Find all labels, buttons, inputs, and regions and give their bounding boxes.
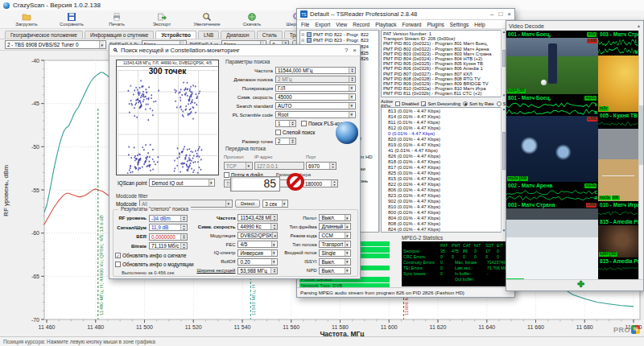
- pid-entry[interactable]: 815 (0.01% - 4.47 Kbps): [388, 176, 506, 182]
- video-thumb-amedia-premium[interactable]: h264SD: [598, 225, 638, 257]
- update-modulation-checkbox[interactable]: Обновлять инфо о модуляции: [115, 262, 193, 267]
- pid-entry[interactable]: 822 (0.01% - 4.47 Kbps): [388, 182, 506, 187]
- active-pid-list[interactable]: 813 (0.01% - 4.47 Kbps)814 (0.01% - 4.47…: [381, 107, 506, 233]
- result-row[interactable]: Ширина несущей53,988 МГц: [196, 266, 278, 274]
- result-row[interactable]: Тип фреймаДлинный: [280, 223, 351, 231]
- param-row[interactable]: Симв. скорость45000: [224, 93, 356, 101]
- pid-entry[interactable]: 820 (0.01% - 4.47 Kbps): [388, 137, 506, 142]
- result-row[interactable]: ПилотВыкл.: [280, 214, 351, 222]
- result-row[interactable]: Bitrate71,119 Мб/с: [115, 242, 193, 251]
- ip-field[interactable]: 127.0.0.1: [254, 162, 304, 170]
- param-row[interactable]: Частота11544,000 МГц: [224, 66, 356, 74]
- capture-button[interactable]: Скачать: [230, 11, 274, 27]
- result-row[interactable]: МодуляцияDVBS2/QPSK: [196, 232, 278, 240]
- crazyscan-tab[interactable]: Географическое положение: [5, 31, 83, 39]
- pid-entry[interactable]: 824 (0.01% - 4.47 Kbps): [388, 227, 506, 233]
- result-row[interactable]: Тип потокаTransport: [280, 241, 351, 249]
- channel-label[interactable]: 005 - Кухня ТВ: [598, 112, 638, 119]
- pid-entry[interactable]: 825 (0.01% - 4.47 Kbps): [388, 171, 506, 176]
- scroll-up-icon[interactable]: ▲: [637, 23, 641, 28]
- detect-button[interactable]: Detect: [235, 200, 260, 208]
- result-row[interactable]: Входной потокSingle: [280, 249, 351, 257]
- crazyscan-tab[interactable]: Стиль: [257, 31, 283, 39]
- pid-entry[interactable]: 902 (0.01% - 4.47 Kbps): [388, 199, 506, 204]
- pls-index-stepper[interactable]: 1: [275, 120, 296, 127]
- crazyscan-tab[interactable]: Диапазон: [221, 31, 254, 39]
- pid-entry[interactable]: 817 (0.01% - 4.47 Kbps): [388, 165, 506, 171]
- result-row[interactable]: Режим кодаCCM: [280, 232, 351, 240]
- video-thumb-kuhnya-tv[interactable]: m2v: [598, 56, 638, 112]
- pid-entry[interactable]: 810 (0.01% - 4.47 Kbps): [388, 204, 506, 210]
- result-row[interactable]: IQ-спектрИнверсия: [196, 249, 278, 257]
- menu-item[interactable]: Playback: [375, 22, 396, 27]
- zoom-button[interactable]: Увеличение: [185, 11, 229, 27]
- crazyscan-tab[interactable]: Устройство: [155, 31, 196, 39]
- port-stepper[interactable]: 6970: [306, 162, 336, 170]
- iqscan-select[interactable]: Demod IQ out: [149, 179, 215, 187]
- tsreader-titlebar[interactable]: TS Default -- TSReader Professional 2.8.…: [297, 9, 514, 20]
- pid-entry[interactable]: 800 (0.01% - 4.47 Kbps): [388, 210, 506, 216]
- menu-item[interactable]: Record: [353, 22, 369, 27]
- video-decode-header[interactable]: Video Decode ▲: [506, 21, 643, 31]
- sort-descending-checkbox[interactable]: Sort Descending: [421, 101, 460, 106]
- pid-entry[interactable]: 804 (0.01% - 4.47 Kbps): [388, 216, 506, 221]
- constellation-titlebar[interactable]: 🔍︎ Поиск несущей и Constellation-монитор…: [109, 45, 360, 56]
- result-row[interactable]: RollOff0.20: [196, 257, 278, 266]
- result-row[interactable]: Симв. скорость44990 Кс: [196, 223, 278, 231]
- result-row[interactable]: FEC4/5: [196, 241, 278, 249]
- protocol-select[interactable]: TCP: [224, 162, 253, 170]
- pid-entry[interactable]: 819 (0.01% - 4.47 Kbps): [388, 142, 506, 148]
- sort-by-rate-radio[interactable]: Sort by Rate: [463, 101, 494, 106]
- param-row[interactable]: PL Scramble codeRoot: [224, 110, 356, 118]
- pid-entry[interactable]: 826 (0.01% - 4.47 Kbps): [388, 154, 506, 159]
- dot-size-stepper[interactable]: 2: [275, 138, 296, 145]
- param-row[interactable]: ПоляризацияГ/Л: [224, 84, 356, 92]
- blind-search-checkbox[interactable]: Слепой поиск: [275, 130, 315, 135]
- channel-label[interactable]: 003 - Матч СтранаLIVE: [506, 201, 598, 208]
- crazyscan-tab[interactable]: Информация о спутнике: [85, 31, 155, 39]
- save-button[interactable]: Сохранить: [50, 11, 93, 27]
- result-row[interactable]: NPDВыкл.: [280, 266, 351, 274]
- minimize-icon[interactable]: –: [490, 10, 493, 18]
- video-thumb-match-boets[interactable]: h264SD LIVE: [506, 38, 598, 94]
- channel-label[interactable]: 003 - Матч Страна: [598, 31, 638, 38]
- pid-entry[interactable]: 0 (0.01% - 4.47 Kbps): [388, 131, 506, 137]
- load-button[interactable]: Загрузить: [5, 11, 48, 27]
- export-button[interactable]: Экспорт: [140, 11, 184, 27]
- video-panel-scrollbar[interactable]: [638, 31, 643, 279]
- menu-item[interactable]: File: [301, 22, 309, 27]
- pid-entry[interactable]: 823 (0.01% - 4.47 Kbps): [388, 193, 506, 199]
- help-icon[interactable]: ?: [345, 47, 348, 54]
- close-icon[interactable]: ×: [353, 47, 357, 54]
- menu-item[interactable]: Plugins: [427, 22, 444, 27]
- detect-interval-select[interactable]: 3 сек: [262, 200, 288, 208]
- result-row[interactable]: Сигнал/Шум11,9 dB: [115, 224, 193, 233]
- update-signal-checkbox[interactable]: Обновлять инфо о сигнале: [115, 253, 186, 258]
- channel-label[interactable]: 815 - Amedia Premiu: [598, 218, 638, 225]
- pid-entry[interactable]: 808 (0.01% - 4.47 Kbps): [388, 221, 506, 227]
- close-icon[interactable]: ×: [507, 10, 511, 18]
- channel-label[interactable]: 002 - Матч Аренаmp2a: [506, 182, 598, 189]
- result-row[interactable]: Частота11543,428 МГц: [196, 214, 278, 222]
- param-row[interactable]: Search standardAUTO: [224, 101, 356, 109]
- pid-entry[interactable]: 806 (0.01% - 4.47 Kbps): [388, 187, 506, 193]
- param-row[interactable]: Диапазон поиска2 МГц: [224, 75, 356, 83]
- menu-item[interactable]: Settings: [450, 22, 469, 27]
- result-row[interactable]: BER0,0000000: [115, 233, 193, 241]
- disabled-checkbox[interactable]: Disabled: [395, 101, 419, 106]
- tuner-select[interactable]: 2 - TBS 6908 DVBS/S2 Tuner 0: [5, 40, 106, 49]
- pid-entry[interactable]: 813 (0.01% - 4.47 Kbps): [388, 109, 506, 114]
- pid-entry[interactable]: 814 (0.01% - 4.47 Kbps): [388, 114, 506, 120]
- video-thumb-match-strana[interactable]: [506, 208, 598, 281]
- tree-item[interactable]: PMT PID 822 - Progr. 822: [301, 31, 378, 38]
- print-button[interactable]: Печать: [95, 11, 138, 27]
- menu-item[interactable]: Forward: [402, 22, 422, 27]
- video-thumb-match-arena[interactable]: LIVE mp2a800: [506, 116, 598, 182]
- video-thumb-match-igra[interactable]: mp2a800: [598, 129, 638, 201]
- menu-item[interactable]: View: [336, 22, 347, 27]
- buffer-size-stepper[interactable]: 180000: [303, 179, 338, 187]
- channel-label[interactable]: 010 - Матч Игра: [598, 201, 638, 208]
- maximize-icon[interactable]: □: [498, 10, 502, 18]
- pid-entry[interactable]: 812 (0.01% - 4.47 Kbps): [388, 126, 506, 131]
- pid-entry[interactable]: 41 (0.01% - 4.47 Kbps): [388, 148, 506, 154]
